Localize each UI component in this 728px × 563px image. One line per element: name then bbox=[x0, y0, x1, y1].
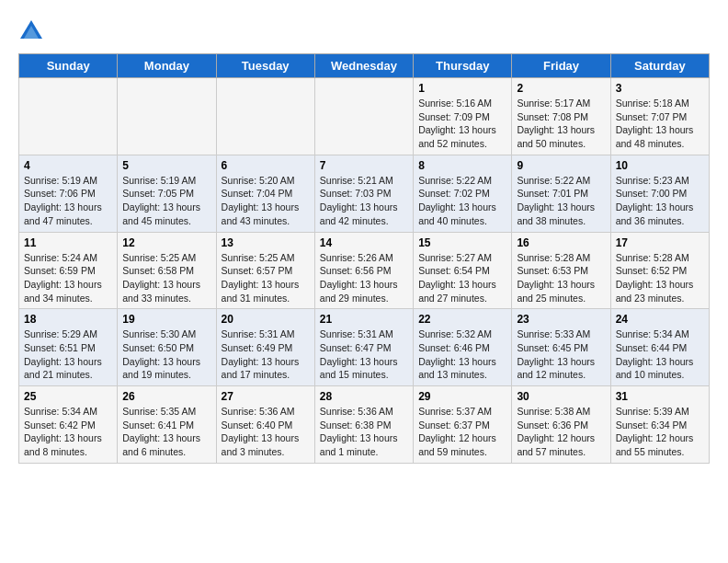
day-number: 23 bbox=[517, 313, 605, 326]
day-info: Sunrise: 5:38 AM Sunset: 6:36 PM Dayligh… bbox=[517, 405, 605, 459]
logo bbox=[18, 18, 46, 44]
day-number: 29 bbox=[418, 390, 506, 403]
day-number: 11 bbox=[24, 236, 112, 249]
calendar-cell: 1Sunrise: 5:16 AM Sunset: 7:09 PM Daylig… bbox=[414, 78, 512, 155]
day-info: Sunrise: 5:25 AM Sunset: 6:57 PM Dayligh… bbox=[222, 251, 310, 305]
day-number: 16 bbox=[517, 236, 605, 249]
calendar-cell bbox=[216, 78, 314, 155]
calendar-cell: 19Sunrise: 5:30 AM Sunset: 6:50 PM Dayli… bbox=[118, 309, 216, 386]
day-number: 2 bbox=[517, 82, 605, 95]
calendar-cell: 20Sunrise: 5:31 AM Sunset: 6:49 PM Dayli… bbox=[216, 309, 314, 386]
day-number: 14 bbox=[320, 236, 408, 249]
calendar-cell: 10Sunrise: 5:23 AM Sunset: 7:00 PM Dayli… bbox=[610, 155, 709, 232]
day-number: 30 bbox=[517, 390, 605, 403]
day-number: 8 bbox=[418, 159, 506, 172]
calendar-cell bbox=[118, 78, 216, 155]
day-info: Sunrise: 5:32 AM Sunset: 6:46 PM Dayligh… bbox=[418, 327, 506, 382]
week-row-3: 11Sunrise: 5:24 AM Sunset: 6:59 PM Dayli… bbox=[19, 232, 710, 309]
calendar-cell: 11Sunrise: 5:24 AM Sunset: 6:59 PM Dayli… bbox=[19, 232, 118, 309]
day-number: 19 bbox=[122, 313, 210, 326]
day-info: Sunrise: 5:34 AM Sunset: 6:42 PM Dayligh… bbox=[24, 405, 112, 459]
calendar-cell: 25Sunrise: 5:34 AM Sunset: 6:42 PM Dayli… bbox=[19, 386, 118, 464]
calendar-cell: 6Sunrise: 5:20 AM Sunset: 7:04 PM Daylig… bbox=[216, 155, 314, 232]
day-info: Sunrise: 5:36 AM Sunset: 6:38 PM Dayligh… bbox=[320, 405, 408, 459]
day-number: 28 bbox=[320, 390, 408, 403]
calendar-cell: 5Sunrise: 5:19 AM Sunset: 7:05 PM Daylig… bbox=[118, 155, 216, 232]
day-info: Sunrise: 5:28 AM Sunset: 6:52 PM Dayligh… bbox=[616, 251, 704, 305]
day-header-friday: Friday bbox=[512, 54, 610, 78]
day-number: 26 bbox=[122, 390, 210, 403]
day-info: Sunrise: 5:19 AM Sunset: 7:05 PM Dayligh… bbox=[122, 174, 210, 228]
day-info: Sunrise: 5:19 AM Sunset: 7:06 PM Dayligh… bbox=[24, 174, 112, 228]
calendar-cell: 8Sunrise: 5:22 AM Sunset: 7:02 PM Daylig… bbox=[414, 155, 512, 232]
header-row: SundayMondayTuesdayWednesdayThursdayFrid… bbox=[19, 54, 710, 78]
day-info: Sunrise: 5:36 AM Sunset: 6:40 PM Dayligh… bbox=[222, 405, 310, 459]
day-number: 7 bbox=[320, 159, 408, 172]
logo-icon bbox=[18, 18, 44, 44]
day-info: Sunrise: 5:27 AM Sunset: 6:54 PM Dayligh… bbox=[418, 251, 506, 305]
day-info: Sunrise: 5:16 AM Sunset: 7:09 PM Dayligh… bbox=[418, 97, 506, 151]
day-number: 24 bbox=[616, 313, 704, 326]
day-info: Sunrise: 5:37 AM Sunset: 6:37 PM Dayligh… bbox=[418, 405, 506, 459]
day-info: Sunrise: 5:29 AM Sunset: 6:51 PM Dayligh… bbox=[24, 327, 112, 382]
calendar-cell: 7Sunrise: 5:21 AM Sunset: 7:03 PM Daylig… bbox=[314, 155, 413, 232]
day-info: Sunrise: 5:35 AM Sunset: 6:41 PM Dayligh… bbox=[122, 405, 210, 459]
calendar-cell: 30Sunrise: 5:38 AM Sunset: 6:36 PM Dayli… bbox=[512, 386, 610, 464]
day-info: Sunrise: 5:22 AM Sunset: 7:01 PM Dayligh… bbox=[517, 174, 605, 228]
calendar-cell: 31Sunrise: 5:39 AM Sunset: 6:34 PM Dayli… bbox=[610, 386, 709, 464]
calendar-cell: 26Sunrise: 5:35 AM Sunset: 6:41 PM Dayli… bbox=[118, 386, 216, 464]
day-number: 21 bbox=[320, 313, 408, 326]
calendar-cell: 9Sunrise: 5:22 AM Sunset: 7:01 PM Daylig… bbox=[512, 155, 610, 232]
calendar-cell: 14Sunrise: 5:26 AM Sunset: 6:56 PM Dayli… bbox=[314, 232, 413, 309]
calendar-cell: 2Sunrise: 5:17 AM Sunset: 7:08 PM Daylig… bbox=[512, 78, 610, 155]
calendar-cell: 13Sunrise: 5:25 AM Sunset: 6:57 PM Dayli… bbox=[216, 232, 314, 309]
page: SundayMondayTuesdayWednesdayThursdayFrid… bbox=[0, 0, 728, 473]
day-info: Sunrise: 5:24 AM Sunset: 6:59 PM Dayligh… bbox=[24, 251, 112, 305]
day-number: 1 bbox=[418, 82, 506, 95]
day-info: Sunrise: 5:22 AM Sunset: 7:02 PM Dayligh… bbox=[418, 174, 506, 228]
day-number: 31 bbox=[616, 390, 704, 403]
calendar-cell: 27Sunrise: 5:36 AM Sunset: 6:40 PM Dayli… bbox=[216, 386, 314, 464]
week-row-1: 1Sunrise: 5:16 AM Sunset: 7:09 PM Daylig… bbox=[19, 78, 710, 155]
day-header-wednesday: Wednesday bbox=[314, 54, 413, 78]
day-info: Sunrise: 5:39 AM Sunset: 6:34 PM Dayligh… bbox=[616, 405, 704, 459]
week-row-4: 18Sunrise: 5:29 AM Sunset: 6:51 PM Dayli… bbox=[19, 309, 710, 386]
week-row-5: 25Sunrise: 5:34 AM Sunset: 6:42 PM Dayli… bbox=[19, 386, 710, 464]
day-number: 20 bbox=[222, 313, 310, 326]
day-info: Sunrise: 5:34 AM Sunset: 6:44 PM Dayligh… bbox=[616, 327, 704, 382]
day-number: 10 bbox=[616, 159, 704, 172]
calendar-cell: 28Sunrise: 5:36 AM Sunset: 6:38 PM Dayli… bbox=[314, 386, 413, 464]
day-number: 5 bbox=[122, 159, 210, 172]
day-info: Sunrise: 5:23 AM Sunset: 7:00 PM Dayligh… bbox=[616, 174, 704, 228]
calendar-cell: 22Sunrise: 5:32 AM Sunset: 6:46 PM Dayli… bbox=[414, 309, 512, 386]
day-header-monday: Monday bbox=[118, 54, 216, 78]
day-info: Sunrise: 5:33 AM Sunset: 6:45 PM Dayligh… bbox=[517, 327, 605, 382]
calendar-cell: 16Sunrise: 5:28 AM Sunset: 6:53 PM Dayli… bbox=[512, 232, 610, 309]
calendar-cell: 17Sunrise: 5:28 AM Sunset: 6:52 PM Dayli… bbox=[610, 232, 709, 309]
day-info: Sunrise: 5:20 AM Sunset: 7:04 PM Dayligh… bbox=[222, 174, 310, 228]
day-info: Sunrise: 5:28 AM Sunset: 6:53 PM Dayligh… bbox=[517, 251, 605, 305]
day-number: 27 bbox=[222, 390, 310, 403]
day-header-tuesday: Tuesday bbox=[216, 54, 314, 78]
day-number: 12 bbox=[122, 236, 210, 249]
day-info: Sunrise: 5:18 AM Sunset: 7:07 PM Dayligh… bbox=[616, 97, 704, 151]
day-info: Sunrise: 5:21 AM Sunset: 7:03 PM Dayligh… bbox=[320, 174, 408, 228]
calendar-cell: 15Sunrise: 5:27 AM Sunset: 6:54 PM Dayli… bbox=[414, 232, 512, 309]
calendar-cell: 24Sunrise: 5:34 AM Sunset: 6:44 PM Dayli… bbox=[610, 309, 709, 386]
day-number: 3 bbox=[616, 82, 704, 95]
day-number: 18 bbox=[24, 313, 112, 326]
day-number: 15 bbox=[418, 236, 506, 249]
calendar-cell: 4Sunrise: 5:19 AM Sunset: 7:06 PM Daylig… bbox=[19, 155, 118, 232]
calendar-cell: 29Sunrise: 5:37 AM Sunset: 6:37 PM Dayli… bbox=[414, 386, 512, 464]
day-header-thursday: Thursday bbox=[414, 54, 512, 78]
week-row-2: 4Sunrise: 5:19 AM Sunset: 7:06 PM Daylig… bbox=[19, 155, 710, 232]
calendar-cell: 23Sunrise: 5:33 AM Sunset: 6:45 PM Dayli… bbox=[512, 309, 610, 386]
calendar-cell bbox=[19, 78, 118, 155]
calendar-cell: 12Sunrise: 5:25 AM Sunset: 6:58 PM Dayli… bbox=[118, 232, 216, 309]
day-info: Sunrise: 5:26 AM Sunset: 6:56 PM Dayligh… bbox=[320, 251, 408, 305]
day-number: 22 bbox=[418, 313, 506, 326]
calendar-table: SundayMondayTuesdayWednesdayThursdayFrid… bbox=[18, 53, 710, 464]
day-info: Sunrise: 5:31 AM Sunset: 6:49 PM Dayligh… bbox=[222, 327, 310, 382]
day-number: 25 bbox=[24, 390, 112, 403]
day-number: 13 bbox=[222, 236, 310, 249]
